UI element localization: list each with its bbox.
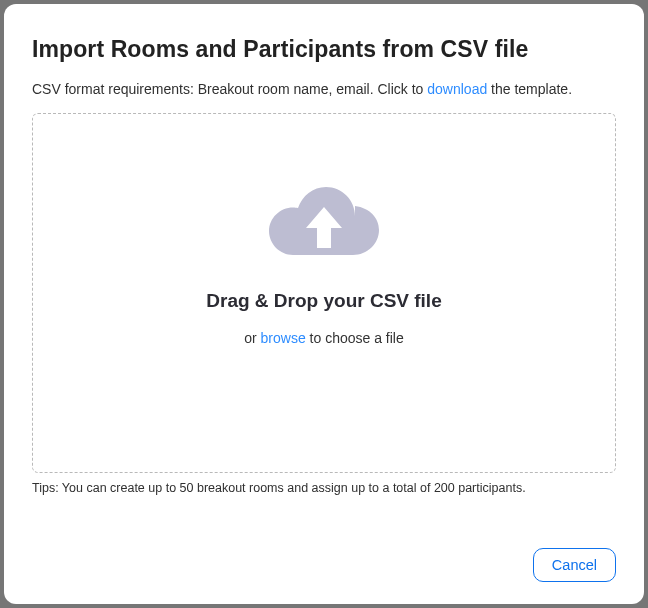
cloud-upload-icon xyxy=(269,182,379,266)
dropzone-or: or xyxy=(244,330,260,346)
browse-link[interactable]: browse xyxy=(261,330,306,346)
dropzone-or-suffix: to choose a file xyxy=(306,330,404,346)
dialog-footer: Cancel xyxy=(32,548,616,582)
dropzone-subtext: or browse to choose a file xyxy=(244,330,404,346)
download-template-link[interactable]: download xyxy=(427,81,487,97)
requirements-prefix: CSV format requirements: Breakout room n… xyxy=(32,81,427,97)
csv-requirements-text: CSV format requirements: Breakout room n… xyxy=(32,81,616,97)
import-csv-dialog: Import Rooms and Participants from CSV f… xyxy=(4,4,644,604)
requirements-suffix: the template. xyxy=(487,81,572,97)
cancel-button[interactable]: Cancel xyxy=(533,548,616,582)
tips-text: Tips: You can create up to 50 breakout r… xyxy=(32,481,616,495)
csv-dropzone[interactable]: Drag & Drop your CSV file or browse to c… xyxy=(32,113,616,473)
dialog-title: Import Rooms and Participants from CSV f… xyxy=(32,36,616,63)
dropzone-title: Drag & Drop your CSV file xyxy=(206,290,441,312)
